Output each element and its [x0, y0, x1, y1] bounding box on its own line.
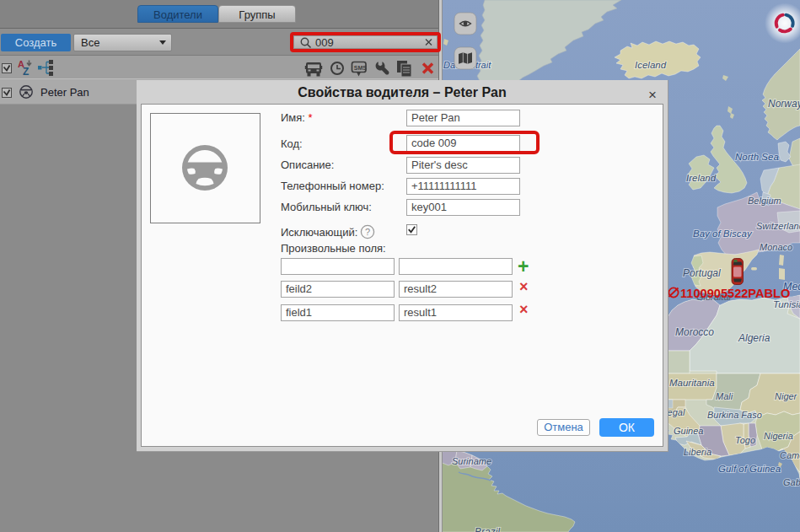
svg-text:Togo: Togo	[735, 435, 755, 445]
svg-text:Norway: Norway	[768, 98, 800, 110]
svg-text:Guinea: Guinea	[674, 426, 703, 436]
svg-text:Portugal: Portugal	[683, 267, 721, 279]
svg-text:Nigeria: Nigeria	[764, 431, 793, 441]
svg-text:Monaco: Monaco	[760, 242, 792, 252]
svg-text:Mauritania: Mauritania	[669, 378, 715, 388]
svg-text:?: ?	[365, 227, 370, 237]
svg-text:1100905522PABLO: 1100905522PABLO	[680, 287, 790, 300]
svg-text:Brazil: Brazil	[475, 526, 500, 532]
svg-text:SMS: SMS	[354, 65, 368, 71]
svg-text:Niger: Niger	[775, 391, 798, 401]
svg-text:Belgium: Belgium	[748, 196, 781, 206]
svg-text:Z: Z	[23, 66, 29, 78]
svg-text:Morocco: Morocco	[675, 326, 714, 338]
svg-text:Suriname: Suriname	[452, 456, 491, 466]
svg-text:Algeria: Algeria	[738, 332, 770, 344]
svg-text:Liberia: Liberia	[684, 447, 711, 457]
svg-text:North Sea: North Sea	[735, 152, 779, 162]
svg-text:Mali: Mali	[716, 391, 733, 401]
svg-text:Burkina Faso: Burkina Faso	[707, 410, 762, 420]
svg-text:Ireland: Ireland	[686, 173, 717, 183]
svg-text:Gulf of Guinea: Gulf of Guinea	[718, 464, 781, 474]
svg-text:Gabon: Gabon	[783, 477, 800, 487]
svg-text:Tunisia: Tunisia	[773, 299, 800, 309]
svg-text:Iceland: Iceland	[635, 60, 667, 70]
svg-text:Cameroon: Cameroon	[780, 450, 800, 460]
svg-text:Bay of Biscay: Bay of Biscay	[693, 228, 753, 239]
svg-text:Switzerland: Switzerland	[756, 221, 800, 231]
